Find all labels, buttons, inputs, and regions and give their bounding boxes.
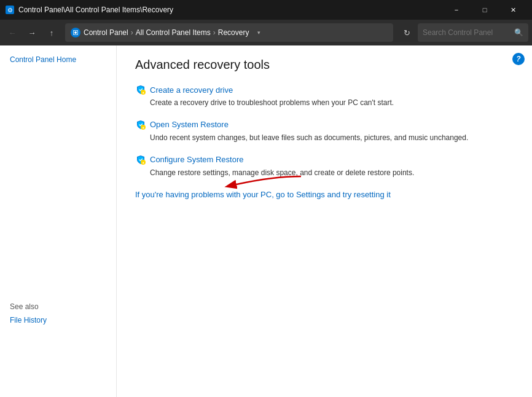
configure-system-restore-desc: Change restore settings, manage disk spa… — [135, 168, 514, 178]
window-title: Control Panel\All Control Panel Items\Re… — [18, 6, 442, 14]
create-recovery-drive-link[interactable]: ✦ Create a recovery drive — [135, 84, 514, 95]
configure-system-restore-link[interactable]: ✦ Configure System Restore — [135, 154, 514, 165]
path-icon — [70, 27, 81, 38]
tool-item-create-recovery-drive: ✦ Create a recovery drive Create a recov… — [135, 84, 514, 108]
close-button[interactable]: ✕ — [499, 0, 527, 20]
path-control-panel[interactable]: Control Panel — [84, 28, 128, 37]
forward-button[interactable]: → — [23, 24, 41, 41]
content-area: ? Advanced recovery tools ✦ Create a rec… — [117, 45, 532, 397]
settings-reset-link[interactable]: If you're having problems with your PC, … — [135, 190, 514, 199]
open-system-restore-icon: ✦ — [135, 119, 146, 130]
address-path[interactable]: Control Panel › All Control Panel Items … — [65, 23, 393, 42]
tool-item-configure-system-restore: ✦ Configure System Restore Change restor… — [135, 154, 514, 178]
see-also-label: See also — [0, 300, 116, 313]
configure-system-restore-label: Configure System Restore — [150, 155, 243, 164]
path-recovery[interactable]: Recovery — [218, 28, 249, 37]
window-controls: − □ ✕ — [442, 0, 527, 20]
tool-item-open-system-restore: ✦ Open System Restore Undo recent system… — [135, 119, 514, 143]
app-icon: ⚙ — [5, 5, 15, 15]
open-system-restore-desc: Undo recent system changes, but leave fi… — [135, 133, 514, 143]
path-all-items[interactable]: All Control Panel Items — [136, 28, 211, 37]
refresh-button[interactable]: ↻ — [398, 24, 415, 41]
title-bar: ⚙ Control Panel\All Control Panel Items\… — [0, 0, 532, 20]
search-icon: 🔍 — [514, 28, 523, 37]
search-input[interactable] — [423, 28, 510, 37]
open-system-restore-link[interactable]: ✦ Open System Restore — [135, 119, 514, 130]
back-button[interactable]: ← — [4, 24, 21, 41]
maximize-button[interactable]: □ — [471, 0, 499, 20]
file-history-link[interactable]: File History — [0, 313, 116, 327]
path-dropdown[interactable]: ▾ — [254, 26, 264, 39]
svg-text:⚙: ⚙ — [7, 7, 13, 14]
control-panel-home-link[interactable]: Control Panel Home — [0, 53, 116, 66]
search-box[interactable]: 🔍 — [418, 23, 528, 42]
create-recovery-icon: ✦ — [135, 84, 146, 95]
address-bar: ← → ↑ Control Panel › All Control Panel … — [0, 20, 532, 45]
help-button[interactable]: ? — [512, 53, 525, 65]
annotation-arrow — [224, 173, 304, 197]
sidebar: Control Panel Home See also File History — [0, 45, 117, 397]
minimize-button[interactable]: − — [442, 0, 471, 20]
main-container: Control Panel Home See also File History… — [0, 45, 532, 397]
up-button[interactable]: ↑ — [43, 24, 60, 41]
svg-point-5 — [74, 31, 77, 34]
configure-system-restore-icon: ✦ — [135, 154, 146, 165]
page-title: Advanced recovery tools — [135, 58, 514, 72]
create-recovery-drive-label: Create a recovery drive — [150, 85, 233, 95]
create-recovery-drive-desc: Create a recovery drive to troubleshoot … — [135, 98, 514, 108]
open-system-restore-label: Open System Restore — [150, 120, 229, 129]
